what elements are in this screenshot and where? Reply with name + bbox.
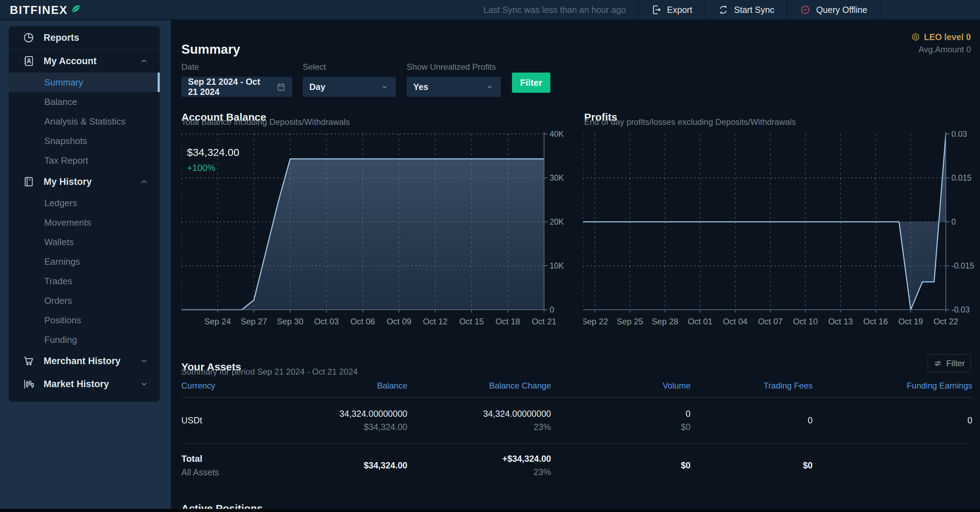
cell-total-balance-change: +$34,324.00 23% <box>407 444 551 487</box>
svg-text:Oct 18: Oct 18 <box>496 317 520 326</box>
svg-text:0.015: 0.015 <box>951 173 972 183</box>
sidebar-item-reports[interactable]: Reports <box>9 26 160 49</box>
sidebar-item-label: Merchant History <box>44 356 121 367</box>
svg-text:Oct 07: Oct 07 <box>758 317 783 326</box>
bitfinex-leaf-icon <box>70 3 81 14</box>
cell-balance: 34,324.00000000 $34,324.00 <box>286 398 407 443</box>
sidebar-item-label: Trades <box>44 276 72 287</box>
query-offline-label: Query Offline <box>816 5 867 15</box>
column-header-funding-earnings: Funding Earnings <box>813 381 972 391</box>
table-row-total: Total All Assets $34,324.00 +$34,324.00 … <box>181 444 972 487</box>
chevron-down-icon <box>140 380 149 388</box>
leo-status: LEO level 0 Avg.Amount 0 <box>911 32 971 54</box>
profits-subtitle: End of day profits/losses excluding Depo… <box>584 118 796 126</box>
svg-text:Oct 19: Oct 19 <box>898 317 923 326</box>
sidebar-item-balance[interactable]: Balance <box>9 92 160 111</box>
sidebar-item-label: Orders <box>44 296 72 306</box>
svg-text:10K: 10K <box>550 261 564 270</box>
svg-text:Oct 22: Oct 22 <box>934 317 958 326</box>
svg-text:40K: 40K <box>550 131 564 138</box>
sidebar-item-label: Market History <box>44 379 109 390</box>
svg-text:Sep 27: Sep 27 <box>241 317 267 326</box>
balance-annotation: $34,324.00 +100% <box>187 146 239 173</box>
logo-text: BITFINEX <box>10 4 68 16</box>
page: BITFINEX Last Sync was less than an hour… <box>0 0 980 512</box>
svg-text:30K: 30K <box>550 173 564 183</box>
cell-balance-change: 34,324.00000000 23% <box>407 398 551 443</box>
bottom-edge <box>0 509 980 512</box>
bitfinex-logo[interactable]: BITFINEX <box>0 4 81 16</box>
cell-trading-fees: 0 <box>690 398 813 443</box>
profits-chart: 0.030.0150-0.015-0.03Sep 22Sep 25Sep 28O… <box>583 131 979 328</box>
sidebar-item-snapshots[interactable]: Snapshots <box>9 131 160 151</box>
sidebar-item-label: Movements <box>44 217 91 228</box>
sidebar-item-orders[interactable]: Orders <box>9 291 160 310</box>
query-offline-button[interactable]: Query Offline <box>787 0 880 19</box>
sidebar-item-wallets[interactable]: Wallets <box>9 232 160 252</box>
date-label: Date <box>181 62 292 72</box>
svg-text:0: 0 <box>550 305 554 314</box>
sidebar-column: Reports My Account Summary Balance <box>0 20 171 512</box>
sidebar-item-trades[interactable]: Trades <box>9 271 160 291</box>
sidebar-item-market-history[interactable]: Market History <box>9 372 160 396</box>
select-label: Select <box>303 62 396 72</box>
sidebar-item-ledgers[interactable]: Ledgers <box>9 193 160 213</box>
pie-chart-icon <box>23 32 35 44</box>
account-balance-subtitle: Total Balance including Deposits/Withdra… <box>181 118 350 126</box>
cell-total-balance: $34,324.00 <box>286 444 407 487</box>
svg-text:0.03: 0.03 <box>951 131 967 138</box>
start-sync-button[interactable]: Start Sync <box>705 0 787 19</box>
balance-annotation-value: $34,324.00 <box>187 146 239 158</box>
your-assets-subtitle: Summary for period Sep 21 2024 - Oct 21 … <box>181 367 358 376</box>
filter-submit-button[interactable]: Filter <box>512 73 550 93</box>
sidebar-item-label: Snapshots <box>44 136 87 146</box>
select-field: Select Day <box>303 62 396 97</box>
sidebar-item-my-history[interactable]: My History <box>9 170 160 193</box>
unrealized-select[interactable]: Yes <box>407 77 501 97</box>
svg-text:Oct 06: Oct 06 <box>350 317 375 326</box>
cell-total-trading-fees: $0 <box>690 444 813 487</box>
account-balance-chart: $34,324.00 +100% 40K30K20K10K0Sep 24Sep … <box>181 131 579 328</box>
svg-text:Oct 09: Oct 09 <box>387 317 412 326</box>
sidebar-item-label: Ledgers <box>44 198 77 208</box>
sidebar-item-analysis-statistics[interactable]: Analysis & Statistics <box>9 111 160 131</box>
assets-filter-label: Filter <box>946 359 965 368</box>
notebook-icon <box>23 176 35 188</box>
unrealized-label: Show Unrealized Profits <box>407 62 501 72</box>
sidebar-item-my-account[interactable]: My Account <box>9 49 160 73</box>
calendar-icon <box>277 82 286 91</box>
svg-text:Oct 16: Oct 16 <box>863 317 888 326</box>
date-range-input[interactable]: Sep 21 2024 - Oct 21 2024 <box>181 77 292 97</box>
cell-total-label: Total All Assets <box>181 444 286 487</box>
svg-text:Oct 12: Oct 12 <box>423 317 448 326</box>
chevron-down-icon <box>140 356 149 366</box>
sidebar-item-label: My History <box>44 176 92 187</box>
sidebar-item-label: Funding <box>44 334 77 345</box>
chevron-down-icon <box>485 82 494 91</box>
svg-text:-0.03: -0.03 <box>951 305 969 314</box>
column-header-trading-fees: Trading Fees <box>690 381 813 391</box>
sidebar-item-tax-report[interactable]: Tax Report <box>9 151 160 170</box>
topbar-spacer <box>880 0 980 19</box>
export-label: Export <box>667 5 692 15</box>
column-header-balance: Balance <box>286 381 407 391</box>
sidebar-item-merchant-history[interactable]: Merchant History <box>9 350 160 372</box>
svg-text:Sep 30: Sep 30 <box>277 317 304 326</box>
column-header-volume: Volume <box>551 381 690 391</box>
svg-text:-0.015: -0.015 <box>951 261 974 270</box>
sliders-icon <box>934 359 942 367</box>
svg-text:Oct 01: Oct 01 <box>688 317 713 326</box>
export-button[interactable]: Export <box>638 0 705 19</box>
sidebar-item-label: Analysis & Statistics <box>44 116 126 127</box>
assets-table: Currency Balance Balance Change Volume T… <box>181 381 972 487</box>
assets-filter-button[interactable]: Filter <box>928 355 971 372</box>
sidebar-item-funding[interactable]: Funding <box>9 330 160 350</box>
sidebar-item-movements[interactable]: Movements <box>9 213 160 232</box>
granularity-select[interactable]: Day <box>303 77 396 97</box>
leo-level-label: LEO level 0 <box>924 32 971 42</box>
sidebar-item-label: Wallets <box>44 237 73 248</box>
sidebar-item-earnings[interactable]: Earnings <box>9 252 160 271</box>
sidebar-item-summary[interactable]: Summary <box>9 73 160 92</box>
topbar: BITFINEX Last Sync was less than an hour… <box>0 0 980 20</box>
sidebar-item-positions[interactable]: Positions <box>9 310 160 330</box>
